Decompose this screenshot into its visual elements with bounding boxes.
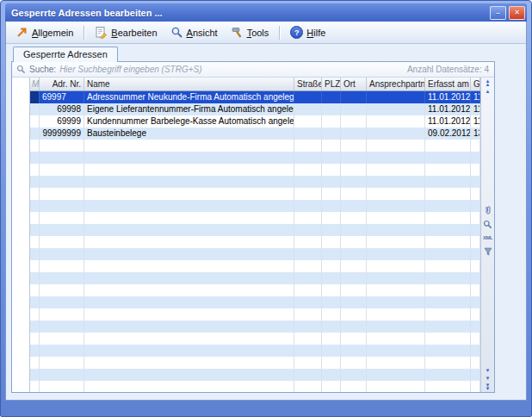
minimize-button[interactable]: – <box>490 6 506 20</box>
cell-marker <box>30 91 40 103</box>
cell-marker <box>30 381 40 392</box>
table-row[interactable]: 69999Kundennummer Barbelege-Kasse Automa… <box>30 115 480 128</box>
cell-name <box>84 321 294 333</box>
cell-strasse <box>294 333 322 345</box>
cell-strasse <box>294 176 322 188</box>
table-row[interactable]: 69997Adressnummer Neukunde-Firma Automat… <box>30 91 480 103</box>
paperclip-button[interactable] <box>482 205 493 216</box>
cell-strasse <box>294 381 322 392</box>
filter-button[interactable] <box>482 246 493 258</box>
table-row-empty <box>30 176 480 188</box>
cell-plz <box>322 369 341 381</box>
cell-name <box>84 248 294 260</box>
cell-strasse <box>294 296 322 308</box>
cell-ort <box>341 188 367 200</box>
cell-adrnr <box>40 369 84 381</box>
table-row-empty <box>30 224 480 236</box>
cell-plz <box>322 308 341 321</box>
cell-ansprechpartner <box>367 103 425 115</box>
table-row-empty <box>30 200 480 212</box>
cell-adrnr <box>40 272 84 284</box>
xml-export-button[interactable]: XML <box>482 233 493 244</box>
cell-ansprechpartner <box>367 284 425 296</box>
table-row-empty <box>30 272 480 284</box>
toolbar-separator <box>84 26 84 40</box>
cell-ge <box>471 345 480 357</box>
menu-tools-label: Tools <box>247 28 269 38</box>
cell-erfasst: 09.02.2012 <box>425 128 471 140</box>
cell-strasse <box>294 212 322 224</box>
column-header-adrnr[interactable]: Adr. Nr. <box>40 78 84 90</box>
cell-marker <box>30 308 40 321</box>
column-header-ort[interactable]: Ort <box>341 78 367 90</box>
cell-ansprechpartner <box>367 333 425 345</box>
cell-erfasst <box>425 333 471 345</box>
cell-strasse <box>294 248 322 260</box>
grid-left-gutter <box>12 78 29 392</box>
cell-plz <box>322 224 341 236</box>
menu-hilfe[interactable]: ? Hilfe <box>284 23 331 41</box>
column-header-plz[interactable]: PLZ <box>322 78 341 90</box>
cell-adrnr <box>40 260 84 272</box>
menu-allgemein[interactable]: Allgemein <box>9 23 79 41</box>
menu-tools[interactable]: Tools <box>225 23 275 41</box>
search-input[interactable] <box>59 65 404 74</box>
cell-adrnr <box>40 296 84 308</box>
menu-ansicht[interactable]: Ansicht <box>164 23 224 41</box>
cell-strasse <box>294 164 322 176</box>
cell-ge <box>471 369 480 381</box>
table-row[interactable]: 99999999Bausteinbelege09.02.201213. <box>30 128 480 140</box>
table-row-empty <box>30 381 480 392</box>
cell-marker <box>30 188 40 200</box>
column-header-erfasst[interactable]: Erfasst am <box>425 78 471 90</box>
cell-adrnr <box>40 308 84 321</box>
table-row[interactable]: 69998Eigene Lieferantennummer-Firma Auto… <box>30 103 480 115</box>
cell-ort <box>341 357 367 369</box>
cell-name <box>84 212 294 224</box>
cell-strasse <box>294 308 322 321</box>
column-header-ansprechpartner[interactable]: Ansprechpartner <box>367 78 425 90</box>
close-button[interactable]: ✕ <box>509 6 525 20</box>
cell-strasse <box>294 140 322 152</box>
cell-erfasst <box>425 296 471 308</box>
cell-ge <box>471 140 480 152</box>
search-tool-button[interactable] <box>482 219 493 230</box>
cell-adrnr <box>40 200 84 212</box>
scroll-down-button[interactable]: ▼ <box>486 368 491 373</box>
cell-adrnr: 69997 <box>40 91 84 103</box>
cell-adrnr <box>40 357 84 369</box>
tab-gesperrte-adressen[interactable]: Gesperrte Adressen <box>13 47 118 62</box>
column-header-marker[interactable]: M <box>30 78 40 90</box>
scroll-up-button[interactable]: ▲ <box>486 89 491 94</box>
menu-bearbeiten[interactable]: Bearbeiten <box>89 23 163 41</box>
record-count: Anzahl Datensätze: 4 <box>407 65 489 74</box>
cell-plz <box>322 357 341 369</box>
cell-ansprechpartner <box>367 212 425 224</box>
cell-strasse <box>294 103 322 115</box>
scroll-next-button[interactable]: ▼ <box>486 376 491 381</box>
cell-name <box>84 296 294 308</box>
scroll-top-button[interactable]: ▲▲ <box>486 79 491 86</box>
cell-ge <box>471 381 480 392</box>
cell-erfasst <box>425 224 471 236</box>
menu-allgemein-label: Allgemein <box>32 28 73 38</box>
cell-name <box>84 260 294 272</box>
cell-ort <box>341 212 367 224</box>
scroll-bottom-button[interactable]: ▼▼ <box>486 383 491 390</box>
cell-name <box>84 308 294 321</box>
cell-adrnr <box>40 345 84 357</box>
cell-ge: 13. <box>471 128 480 140</box>
cell-plz <box>322 188 341 200</box>
column-header-ge[interactable]: Ge <box>471 78 480 90</box>
menu-ansicht-label: Ansicht <box>187 28 218 38</box>
cell-adrnr: 99999999 <box>40 128 84 140</box>
cell-marker <box>30 321 40 333</box>
cell-strasse <box>294 260 322 272</box>
cell-adrnr <box>40 188 84 200</box>
column-header-strasse[interactable]: Straße <box>294 78 322 90</box>
cell-marker <box>30 128 40 140</box>
arrow-up-right-icon <box>15 26 28 39</box>
column-header-name[interactable]: Name <box>84 78 294 90</box>
cell-erfasst <box>425 272 471 284</box>
cell-strasse <box>294 321 322 333</box>
